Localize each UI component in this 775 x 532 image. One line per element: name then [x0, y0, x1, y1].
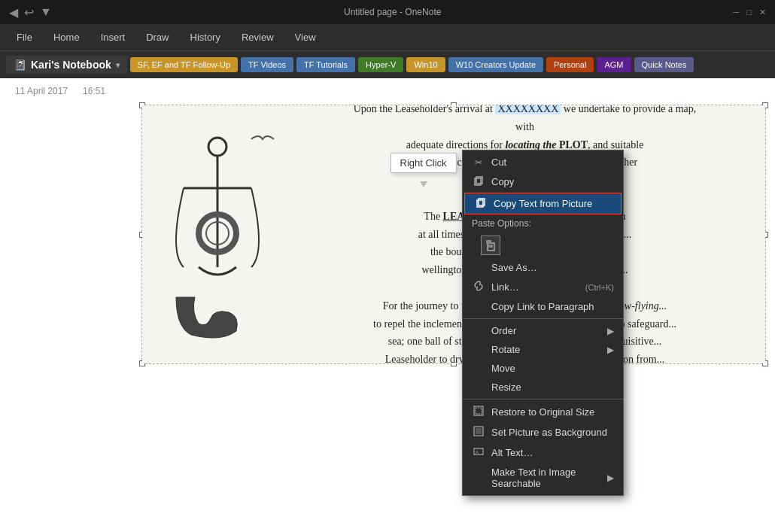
illustration-placeholder	[146, 109, 289, 357]
ctx-rotate-arrow: ▶	[607, 345, 614, 355]
svg-rect-14	[476, 408, 482, 414]
ctx-order-label: Order	[491, 325, 601, 336]
notebook-name: Kari's Notebook	[31, 59, 111, 71]
embedded-image[interactable]: Upon the Leaseholder's arrival at XXXXXX…	[141, 105, 766, 364]
tab-w10-creators[interactable]: W10 Creators Update	[448, 57, 543, 72]
ctx-rotate-label: Rotate	[491, 344, 601, 355]
window-title: Untitled page - OneNote	[52, 7, 734, 17]
right-click-label: Right Click	[400, 157, 447, 169]
tab-review[interactable]: Review	[231, 27, 284, 47]
copy-text-icon	[474, 197, 488, 210]
ctx-searchable-label: Make Text in Image Searchable	[491, 467, 601, 489]
ctx-copy-link-label: Copy Link to Paragraph	[491, 301, 614, 312]
image-content-area: Upon the Leaseholder's arrival at XXXXXX…	[142, 105, 765, 363]
notebook-header: 📓 Kari's Notebook ▾ SF, EF and TF Follow…	[0, 51, 775, 78]
separator-1	[463, 318, 623, 319]
ctx-link-label: Link…	[491, 281, 579, 293]
ctx-paste-options-header: Paste Options:	[463, 215, 623, 233]
ctx-paste-icon-area[interactable]	[463, 233, 623, 258]
ctx-save-as[interactable]: Save As…	[463, 258, 623, 277]
back-button[interactable]: ◀	[9, 5, 18, 20]
tab-draw[interactable]: Draw	[135, 27, 179, 47]
tab-personal[interactable]: Personal	[546, 57, 594, 72]
svg-rect-10	[486, 240, 491, 244]
link-icon	[472, 281, 485, 293]
ctx-move-label: Move	[491, 363, 614, 374]
notebook-title[interactable]: 📓 Kari's Notebook ▾	[6, 56, 127, 74]
ctx-copy-text-label: Copy Text from Picture	[494, 198, 612, 209]
ctx-save-as-label: Save As…	[491, 262, 614, 273]
scissors-icon: ✂	[472, 157, 485, 168]
ctx-link[interactable]: Link… (Ctrl+K)	[463, 277, 623, 297]
ctx-restore-original[interactable]: Restore to Original Size	[463, 402, 623, 422]
ctx-alt-text-label: Alt Text…	[491, 447, 614, 458]
tab-insert[interactable]: Insert	[90, 27, 136, 47]
right-click-tooltip: Right Click	[391, 153, 457, 173]
svg-rect-16	[476, 428, 482, 434]
ctx-copy[interactable]: Copy	[463, 172, 623, 192]
more-button[interactable]: ▼	[40, 5, 52, 19]
ctx-set-picture-bg-label: Set Picture as Background	[491, 427, 614, 438]
ctx-link-shortcut: (Ctrl+K)	[585, 283, 614, 292]
maximize-button[interactable]: □	[746, 8, 752, 17]
context-menu: ✂ Cut Copy Copy Text from Picture Paste …	[462, 150, 624, 496]
ctx-order-arrow: ▶	[607, 326, 614, 336]
ctx-rotate[interactable]: Rotate ▶	[463, 340, 623, 359]
title-bar-left: ◀ ↩ ▼	[9, 5, 52, 20]
ctx-make-searchable[interactable]: Make Text in Image Searchable ▶	[463, 463, 623, 493]
svg-text:A: A	[476, 450, 479, 454]
image-frame: Upon the Leaseholder's arrival at XXXXXX…	[41, 105, 775, 364]
title-bar: ◀ ↩ ▼ Untitled page - OneNote ─ □ ✕	[0, 0, 775, 24]
tab-hyper-v[interactable]: Hyper-V	[358, 57, 403, 72]
ctx-copy-label: Copy	[491, 176, 614, 187]
ctx-resize-label: Resize	[491, 382, 614, 393]
page-date: 11 April 2017	[15, 86, 68, 96]
ctx-copy-link-para[interactable]: Copy Link to Paragraph	[463, 297, 623, 316]
tab-agm[interactable]: AGM	[597, 57, 631, 72]
ribbon: File Home Insert Draw History Review Vie…	[0, 24, 775, 51]
tab-tf-videos[interactable]: TF Videos	[241, 57, 293, 72]
ctx-move[interactable]: Move	[463, 359, 623, 378]
notebook-chevron-icon: ▾	[116, 61, 120, 69]
ctx-copy-text-picture[interactable]: Copy Text from Picture	[464, 193, 622, 214]
illustration-svg	[153, 117, 281, 350]
page-time: 16:51	[83, 86, 105, 96]
ctx-set-picture-bg[interactable]: Set Picture as Background	[463, 422, 623, 442]
ctx-restore-label: Restore to Original Size	[491, 406, 614, 418]
ctx-cut-label: Cut	[491, 157, 614, 168]
tab-win10[interactable]: Win10	[406, 57, 445, 72]
ctx-alt-text[interactable]: A Alt Text…	[463, 442, 623, 463]
notebook-icon: 📓	[14, 59, 26, 71]
tab-history[interactable]: History	[180, 27, 231, 47]
tab-quick-notes[interactable]: Quick Notes	[634, 57, 694, 72]
tab-home[interactable]: Home	[43, 27, 90, 47]
bg-icon	[472, 426, 485, 439]
window-controls: ─ □ ✕	[734, 8, 766, 17]
svg-point-0	[208, 138, 226, 156]
ctx-cut[interactable]: ✂ Cut	[463, 153, 623, 172]
ctx-searchable-arrow: ▶	[607, 473, 614, 483]
undo-button[interactable]: ↩	[24, 5, 34, 20]
text-line1: Upon the Leaseholder's arrival at XXXXXX…	[345, 105, 706, 136]
paste-icon-button[interactable]	[481, 236, 500, 255]
tab-sf-ef-tf[interactable]: SF, EF and TF Follow-Up	[130, 57, 238, 72]
alt-text-icon: A	[472, 446, 485, 459]
page-area: 11 April 2017 16:51	[0, 78, 775, 532]
page-meta: 11 April 2017 16:51	[0, 78, 775, 101]
copy-icon	[472, 175, 485, 188]
ctx-order[interactable]: Order ▶	[463, 321, 623, 340]
separator-2	[463, 399, 623, 400]
restore-icon	[472, 406, 485, 418]
tab-tf-tutorials[interactable]: TF Tutorials	[296, 57, 355, 72]
ctx-paste-label: Paste Options:	[472, 218, 614, 229]
close-button[interactable]: ✕	[759, 8, 766, 17]
tab-file[interactable]: File	[6, 27, 43, 47]
minimize-button[interactable]: ─	[734, 8, 740, 17]
ctx-resize[interactable]: Resize	[463, 378, 623, 397]
text-highlight: XXXXXXXX	[495, 105, 561, 114]
tab-view[interactable]: View	[284, 27, 327, 47]
tooltip-arrow	[420, 181, 427, 187]
